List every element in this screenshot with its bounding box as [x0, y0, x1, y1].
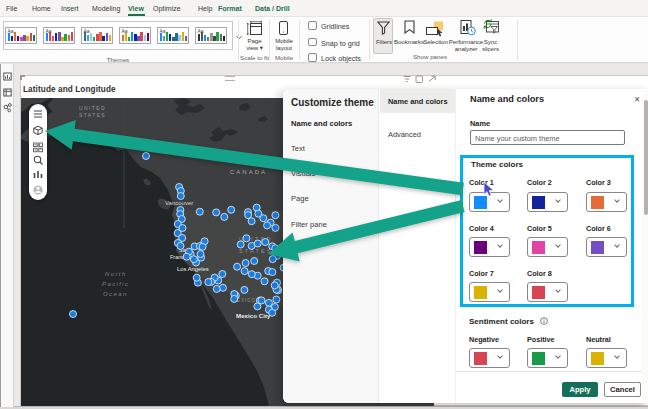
svg-text:Ocean: Ocean [103, 291, 128, 297]
svg-text:STATES: STATES [239, 248, 273, 254]
svg-text:STATES: STATES [79, 112, 106, 118]
svg-text:UNITED: UNITED [79, 105, 106, 111]
svg-text:Vancouver: Vancouver [165, 200, 193, 206]
svg-text:CANADA: CANADA [230, 169, 267, 175]
svg-text:North: North [105, 271, 127, 277]
svg-text:Mexico City: Mexico City [236, 312, 271, 319]
svg-text:Pacific: Pacific [102, 281, 129, 287]
svg-text:Los Angeles: Los Angeles [177, 266, 209, 272]
